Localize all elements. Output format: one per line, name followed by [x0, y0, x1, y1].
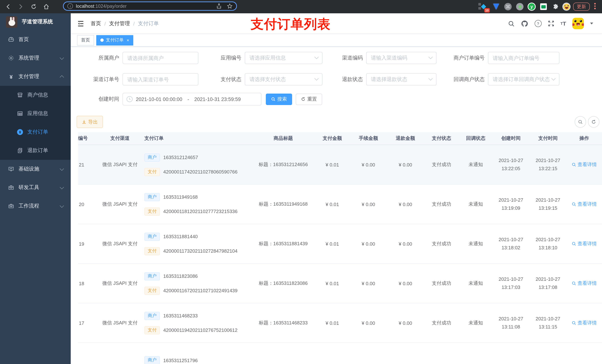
- browser-reload-icon[interactable]: [30, 3, 38, 11]
- breadcrumb-pay[interactable]: 支付管理: [109, 20, 130, 27]
- view-detail-link[interactable]: 查看详情: [572, 320, 597, 326]
- sidebar-item-pay[interactable]: ¥ 支付管理: [0, 67, 71, 86]
- tag-close-icon[interactable]: ×: [127, 38, 129, 43]
- address-bar[interactable]: i localhost:1024/pay/order: [63, 1, 237, 11]
- view-detail-link[interactable]: 查看详情: [572, 240, 597, 247]
- extension-badge: 10: [484, 8, 490, 13]
- merchant-order-no-input[interactable]: [488, 55, 559, 61]
- extensions-puzzle-icon[interactable]: [551, 0, 560, 13]
- chevron-down-icon: [60, 185, 64, 189]
- toolbox-icon: [8, 185, 14, 190]
- view-detail-link[interactable]: 查看详情: [572, 201, 597, 208]
- pay-tag: 支付: [144, 168, 160, 176]
- extension-dot-icon[interactable]: [515, 0, 524, 13]
- col-create-time: 创建时间: [492, 132, 529, 145]
- pay-status-select[interactable]: 请选择支付状态: [245, 73, 322, 85]
- gear-icon: [8, 55, 14, 61]
- show-search-toggle-icon[interactable]: [575, 116, 586, 128]
- help-icon[interactable]: ?: [534, 20, 541, 27]
- sidebar-item-label: 研发工具: [19, 184, 39, 191]
- table-row[interactable]: 20 微信 JSAPI 支付 商户1635311949168 支付4200001…: [78, 184, 602, 224]
- sidebar-collapse-icon[interactable]: [77, 21, 84, 26]
- refresh-table-icon[interactable]: [588, 116, 599, 128]
- browser-menu-icon[interactable]: [594, 3, 596, 9]
- share-icon[interactable]: [216, 3, 222, 9]
- extension-command-icon[interactable]: ⌘: [504, 0, 512, 13]
- view-detail-link[interactable]: 查看详情: [572, 280, 597, 287]
- table-row[interactable]: 17 微信 JSAPI 支付 商户1635311468233 支付4200001…: [78, 303, 602, 343]
- date-range-input[interactable]: 2021-10-01 00:00:00 - 2021-10-31 23:59:5…: [123, 93, 261, 105]
- extension-tabs-icon[interactable]: 10: [478, 0, 487, 13]
- browser-toolbar: i localhost:1024/pay/order 10 ⌘ y 更新: [0, 0, 602, 13]
- tags-view-bar: 首页 支付订单 ×: [71, 34, 602, 47]
- view-detail-link[interactable]: 查看详情: [572, 161, 597, 168]
- header-search-icon[interactable]: [508, 20, 515, 27]
- tag-pay-order[interactable]: 支付订单 ×: [96, 35, 133, 45]
- sidebar-item-workflow[interactable]: 工作流程: [0, 197, 71, 215]
- font-size-icon[interactable]: TT: [560, 20, 566, 27]
- browser-forward-icon[interactable]: [16, 3, 24, 11]
- sidebar-item-pay-order[interactable]: ¥ 支付订单: [0, 123, 71, 141]
- table-row[interactable]: 18 微信 JSAPI 支付 商户1635311823086 支付4200001…: [78, 264, 602, 303]
- refund-status-select[interactable]: 请选择退款状态: [366, 73, 437, 85]
- notify-status-select[interactable]: 请选择订单回调商户状态: [488, 73, 559, 85]
- table-grid-icon: [17, 111, 23, 116]
- fullscreen-icon[interactable]: [548, 20, 554, 27]
- filter-notify-status: 回调商户状态 请选择订单回调商户状态: [442, 73, 559, 85]
- filter-pay-status: 支付状态 请选择支付状态: [199, 73, 322, 85]
- app-select[interactable]: 请选择应用信息: [245, 52, 322, 64]
- sidebar-item-app-info[interactable]: 应用信息: [0, 104, 71, 123]
- breadcrumb-home[interactable]: 首页: [91, 20, 101, 27]
- browser-update-button[interactable]: 更新: [573, 3, 590, 11]
- app-logo[interactable]: 芋道管理系统: [0, 13, 71, 30]
- merchant-tag: 商户: [144, 153, 160, 161]
- table-row[interactable]: 19 微信 JSAPI 支付 商户1635311881440 支付4200001…: [78, 224, 602, 264]
- channel-order-no-input[interactable]: [123, 76, 198, 82]
- sidebar-item-refund-order[interactable]: 退款订单: [0, 141, 71, 160]
- chevron-down-icon: [60, 55, 64, 60]
- annotation-text: 支付订单列表: [251, 16, 331, 33]
- col-actions: 操作: [567, 132, 602, 145]
- sidebar-item-label: 应用信息: [27, 110, 48, 117]
- table-row[interactable]: 商户1635311251796: [78, 343, 602, 364]
- orders-table: 编号 支付渠道 支付订单 商品标题 支付金额 手续金额 退款金额 支付状态 回调…: [78, 132, 602, 364]
- pay-tag: 支付: [144, 326, 160, 334]
- sidebar-item-label: 退款订单: [27, 147, 48, 154]
- merchant-tag: 商户: [144, 356, 160, 364]
- col-id: 编号: [78, 132, 96, 145]
- sidebar-item-system[interactable]: 系统管理: [0, 49, 71, 67]
- merchant-input[interactable]: [123, 55, 198, 61]
- merchant-tag: 商户: [144, 272, 160, 280]
- sidebar-item-label: 商户信息: [27, 92, 48, 98]
- site-info-icon[interactable]: i: [67, 3, 73, 9]
- documents-icon: [17, 148, 23, 154]
- dashboard-icon: [8, 37, 14, 42]
- search-button[interactable]: 搜索: [266, 94, 292, 105]
- extension-y-icon[interactable]: y: [527, 0, 536, 13]
- avatar-caret-icon[interactable]: [590, 22, 593, 26]
- user-avatar[interactable]: [572, 18, 584, 29]
- sidebar-item-home[interactable]: 首页: [0, 30, 71, 49]
- extension-kite-icon[interactable]: [492, 0, 501, 13]
- sidebar-item-infra[interactable]: 基础设施: [0, 160, 71, 178]
- bookmark-star-icon[interactable]: [227, 3, 233, 9]
- merchant-tag: 商户: [144, 312, 160, 320]
- pay-submenu: 商户信息 应用信息 ¥ 支付订单 退款订单: [0, 86, 71, 160]
- sidebar-item-merchant-info[interactable]: 商户信息: [0, 86, 71, 104]
- browser-back-icon[interactable]: [4, 3, 13, 11]
- browser-home-icon[interactable]: [42, 3, 50, 11]
- filter-merchant: 所属商户: [77, 52, 198, 64]
- profile-emoji-icon[interactable]: [562, 0, 571, 13]
- sidebar-item-devtools[interactable]: 研发工具: [0, 178, 71, 197]
- url-path: :1024/pay/order: [94, 3, 127, 9]
- github-icon[interactable]: [521, 20, 528, 27]
- pay-tag: 支付: [144, 247, 160, 255]
- col-channel: 支付渠道: [96, 132, 144, 145]
- extension-chat-icon[interactable]: [539, 0, 548, 13]
- tag-home[interactable]: 首页: [77, 35, 94, 45]
- reset-button[interactable]: 重置: [296, 94, 322, 105]
- channel-code-select[interactable]: 请输入渠道编码: [366, 52, 437, 64]
- table-row[interactable]: 21 微信 JSAPI 支付 商户1635312124657 支付4200001…: [78, 145, 602, 184]
- export-button[interactable]: 导出: [77, 116, 103, 128]
- col-title: 商品标题: [252, 132, 315, 145]
